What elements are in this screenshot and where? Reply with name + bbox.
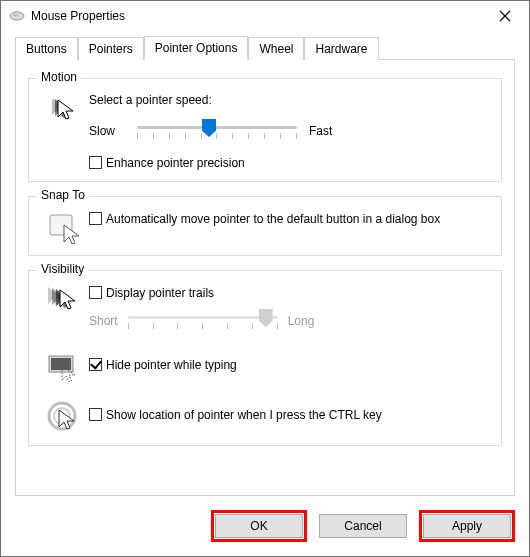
trails-long-label: Long (288, 314, 315, 328)
tab-pointer-options[interactable]: Pointer Options (144, 36, 249, 60)
speed-slow-label: Slow (89, 124, 125, 138)
snap-to-label: Automatically move pointer to the defaul… (106, 211, 440, 227)
titlebar: Mouse Properties (1, 1, 529, 31)
group-snap-to-legend: Snap To (37, 188, 89, 202)
enhance-precision-label: Enhance pointer precision (106, 155, 245, 171)
cancel-button[interactable]: Cancel (319, 514, 407, 538)
hide-while-typing-checkbox[interactable] (89, 358, 102, 371)
snap-to-checkbox[interactable] (89, 212, 102, 225)
group-visibility: Visibility Display pointer trails (28, 270, 502, 446)
tab-hardware[interactable]: Hardware (304, 37, 378, 60)
tab-wheel[interactable]: Wheel (248, 37, 304, 60)
show-location-checkbox[interactable] (89, 408, 102, 421)
group-motion-legend: Motion (37, 70, 81, 84)
svg-point-1 (13, 14, 17, 16)
pointer-trails-icon (39, 285, 89, 313)
dialog-button-row: OK Cancel Apply (1, 504, 529, 556)
tabstrip: Buttons Pointers Pointer Options Wheel H… (1, 31, 529, 59)
svg-point-0 (10, 12, 24, 20)
trails-length-slider (128, 307, 278, 335)
show-location-icon (39, 401, 89, 435)
trails-short-label: Short (89, 314, 118, 328)
close-button[interactable] (485, 3, 525, 29)
group-snap-to: Snap To Automatically move pointer to th… (28, 196, 502, 256)
show-location-label: Show location of pointer when I press th… (106, 407, 382, 423)
pointer-trails-label: Display pointer trails (106, 285, 214, 301)
ok-button[interactable]: OK (215, 514, 303, 538)
window-title: Mouse Properties (31, 9, 485, 23)
svg-rect-6 (51, 358, 71, 370)
pointer-speed-slider[interactable] (137, 117, 297, 145)
group-visibility-legend: Visibility (37, 262, 88, 276)
enhance-precision-checkbox[interactable] (89, 156, 102, 169)
apply-highlight: Apply (419, 510, 515, 542)
tab-pointers[interactable]: Pointers (78, 37, 144, 60)
tabpanel-pointer-options: Motion Select a pointer speed: Slow (15, 59, 515, 496)
group-motion: Motion Select a pointer speed: Slow (28, 78, 502, 182)
hide-while-typing-label: Hide pointer while typing (106, 357, 237, 373)
speed-fast-label: Fast (309, 124, 345, 138)
snap-to-icon (39, 211, 89, 245)
ok-highlight: OK (211, 510, 307, 542)
apply-button[interactable]: Apply (423, 514, 511, 538)
hide-while-typing-icon (39, 353, 89, 383)
pointer-trails-checkbox[interactable] (89, 286, 102, 299)
tab-buttons[interactable]: Buttons (15, 37, 78, 60)
mouse-icon (9, 10, 25, 22)
mouse-properties-window: Mouse Properties Buttons Pointers Pointe… (0, 0, 530, 557)
pointer-speed-label: Select a pointer speed: (89, 93, 491, 107)
close-icon (499, 10, 511, 22)
cursor-speed-icon (39, 93, 89, 123)
